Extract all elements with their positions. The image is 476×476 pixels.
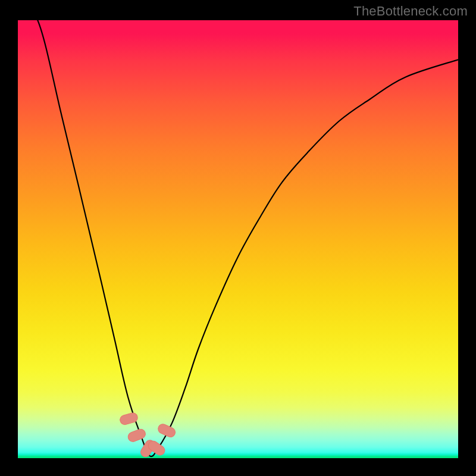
watermark-label: TheBottleneck.com (353, 4, 468, 19)
plot-area (18, 20, 458, 458)
bottleneck-curve (18, 20, 458, 456)
curve-marker (127, 428, 147, 443)
curve-markers (119, 412, 177, 458)
curve-layer (18, 20, 458, 458)
chart-root: TheBottleneck.com (0, 0, 476, 476)
curve-marker (119, 412, 139, 425)
curve-marker (156, 422, 177, 439)
